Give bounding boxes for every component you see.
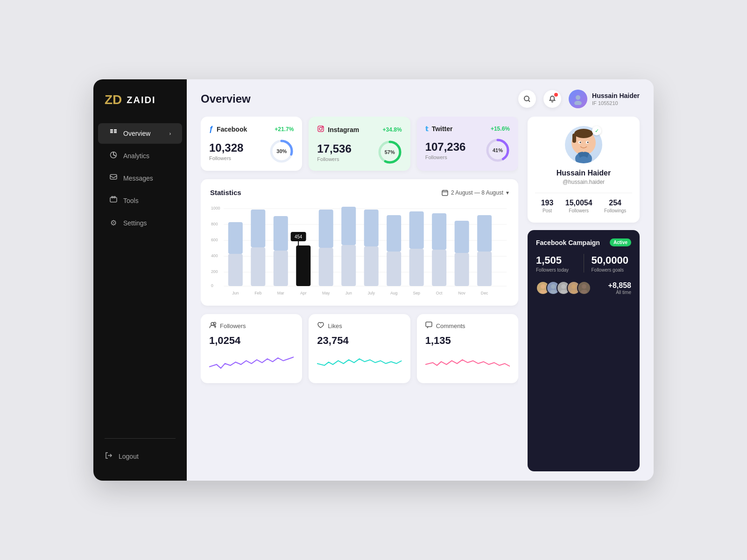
svg-rect-59: [455, 221, 469, 253]
analytics-icon: [109, 151, 118, 161]
metric-card-likes: Likes 23,754: [309, 314, 410, 383]
stat-card-twitter: 𝕥 Twitter +15.6% 107,236 Followers: [417, 117, 518, 171]
following-value: 254: [604, 199, 626, 207]
campaign-stat-goal: 50,0000 Followers goals: [592, 254, 632, 273]
twitter-growth: +15.6%: [491, 126, 510, 132]
svg-rect-37: [228, 222, 243, 254]
comments-icon: [425, 322, 432, 330]
facebook-icon: ƒ: [209, 125, 213, 133]
user-name: Hussain Haider: [592, 91, 640, 100]
svg-point-85: [541, 284, 545, 289]
all-time-value: +8,858: [608, 281, 631, 290]
svg-rect-4: [114, 131, 117, 132]
svg-text:800: 800: [211, 222, 218, 226]
twitter-progress: 41%: [486, 138, 510, 162]
sidebar-item-tools[interactable]: Tools: [98, 190, 182, 211]
sidebar-item-messages[interactable]: Messages: [98, 168, 182, 189]
chart-title: Statistics: [210, 189, 241, 196]
svg-rect-58: [455, 253, 469, 286]
logout-label: Logout: [119, 453, 139, 460]
svg-rect-57: [432, 213, 446, 250]
content-area: ƒ Facebook +21.7% 10,328 Followers: [187, 117, 654, 481]
svg-text:1000: 1000: [211, 206, 220, 210]
grid-icon: [109, 129, 118, 138]
svg-text:Jun: Jun: [345, 291, 352, 295]
svg-rect-1: [110, 131, 113, 132]
header: Overview: [187, 79, 654, 117]
metric-card-comments: Comments 1,135: [417, 314, 518, 383]
svg-rect-48: [341, 245, 356, 286]
statistics-chart-card: Statistics 2 August — 8 August ▾: [201, 179, 518, 306]
notification-button[interactable]: [543, 90, 561, 108]
svg-text:Feb: Feb: [254, 291, 261, 295]
campaign-avatar-5: [577, 281, 591, 295]
svg-point-13: [574, 101, 582, 105]
svg-text:400: 400: [211, 253, 218, 258]
svg-point-18: [323, 126, 324, 127]
sidebar-item-analytics-label: Analytics: [123, 152, 149, 160]
sidebar-item-analytics[interactable]: Analytics: [98, 146, 182, 166]
content-right: ✓ Hussain Haider @hussain.haider 193 Pos…: [528, 117, 640, 471]
svg-rect-3: [114, 129, 117, 130]
likes-metric-label: Likes: [328, 322, 342, 329]
twitter-label: Twitter: [432, 125, 453, 133]
campaign-divider: [584, 254, 584, 273]
svg-rect-49: [341, 207, 356, 245]
chevron-down-icon: ▾: [506, 189, 509, 196]
sidebar-item-overview[interactable]: Overview ›: [98, 123, 182, 144]
svg-rect-76: [426, 322, 432, 327]
facebook-growth: +21.7%: [275, 126, 294, 133]
comments-metric-value: 1,135: [425, 335, 510, 347]
likes-metric-value: 23,754: [317, 335, 402, 347]
sidebar-item-settings-label: Settings: [123, 219, 147, 227]
campaign-title: Facebook Campaign: [536, 239, 600, 246]
settings-icon: ⚙: [109, 218, 118, 227]
user-menu[interactable]: Hussain Haider IF 1055210: [569, 90, 640, 108]
svg-rect-79: [572, 133, 576, 143]
svg-rect-46: [319, 248, 333, 286]
svg-rect-51: [364, 210, 379, 246]
instagram-growth: +34.8%: [383, 126, 402, 133]
profile-verified-icon: ✓: [592, 126, 601, 135]
svg-text:July: July: [367, 291, 375, 295]
svg-text:Sep: Sep: [413, 291, 420, 295]
svg-point-92: [571, 290, 577, 294]
facebook-label: Facebook: [217, 126, 247, 133]
svg-point-87: [551, 284, 556, 289]
profile-followers-label: Followers: [565, 208, 592, 213]
followers-goal-value: 50,0000: [592, 254, 632, 266]
date-range-label: 2 August — 8 August: [451, 189, 503, 196]
svg-rect-5: [114, 132, 117, 133]
svg-text:200: 200: [211, 269, 218, 274]
logout-button[interactable]: Logout: [93, 446, 187, 467]
followers-today-label: Followers today: [536, 267, 576, 273]
svg-text:Apr: Apr: [300, 291, 307, 295]
followers-icon: [209, 322, 216, 330]
likes-icon: [317, 322, 324, 330]
chevron-right-icon: ›: [169, 131, 171, 136]
messages-icon: [109, 174, 118, 183]
notification-badge: [554, 93, 558, 97]
search-button[interactable]: [518, 90, 536, 108]
followers-metric-value: 1,0254: [209, 335, 294, 347]
sidebar-item-settings[interactable]: ⚙ Settings: [98, 213, 182, 233]
campaign-avatars: [536, 281, 591, 295]
campaign-avatars-row: +8,858 All time: [536, 281, 631, 295]
date-range-button[interactable]: 2 August — 8 August ▾: [442, 189, 509, 196]
following-label: Followings: [604, 208, 626, 213]
logo-area: ZD ZAIDI: [93, 93, 187, 123]
followers-today-value: 1,505: [536, 254, 576, 266]
svg-rect-61: [477, 215, 492, 252]
twitter-pct: 41%: [493, 147, 503, 153]
stat-cards-row: ƒ Facebook +21.7% 10,328 Followers: [201, 117, 518, 171]
logo-icon: ZD: [105, 93, 122, 106]
campaign-stats: 1,505 Followers today 50,0000 Followers …: [536, 254, 631, 273]
profile-card: ✓ Hussain Haider @hussain.haider 193 Pos…: [528, 117, 640, 223]
facebook-label-followers: Followers: [209, 155, 243, 161]
app-wrapper: ZD ZAIDI Overview ›: [93, 79, 654, 481]
svg-point-12: [576, 95, 580, 100]
all-time-stat: +8,858 All time: [608, 281, 631, 295]
instagram-label-followers: Followers: [317, 156, 351, 162]
all-time-label: All time: [608, 290, 631, 295]
svg-rect-2: [110, 132, 113, 133]
